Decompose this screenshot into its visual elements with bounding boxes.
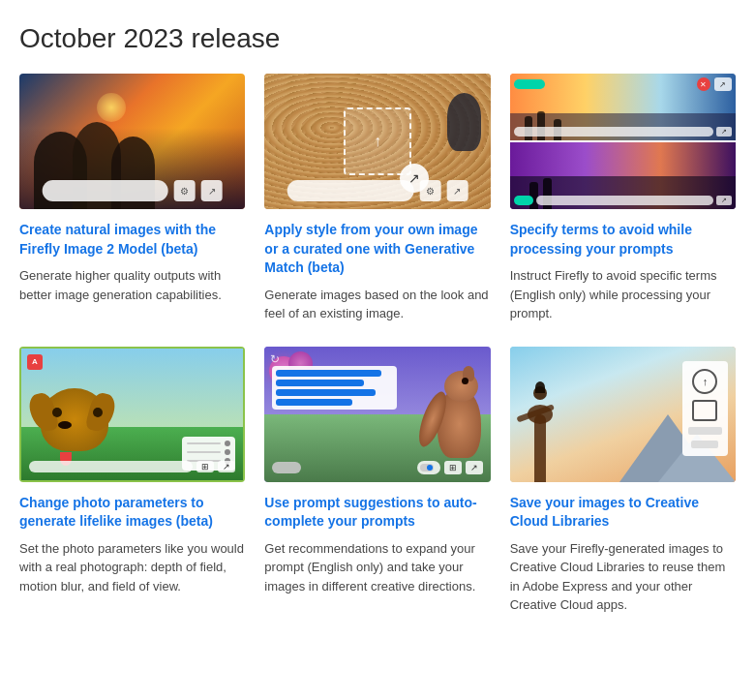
card-2-desc: Generate images based on the look and fe… — [264, 286, 490, 323]
cc-bar-2 — [691, 441, 718, 448]
upload-box[interactable]: ↑ ↗ — [344, 107, 411, 175]
card-4-title[interactable]: Change photo parameters to generate life… — [19, 494, 245, 532]
refresh-icon[interactable]: ↻ — [270, 352, 280, 366]
card-5-desc: Get recommendations to expand your promp… — [264, 539, 490, 596]
prompt-bar-2 — [287, 180, 414, 201]
save-to-cc-icon[interactable] — [692, 400, 717, 421]
card-5-image: ↻ — [264, 347, 490, 482]
share-icon[interactable]: ↑ — [692, 369, 717, 394]
card-2-image: ↑ ↗ ⚙ ↗ — [264, 74, 490, 209]
card-6-title[interactable]: Save your images to Creative Cloud Libra… — [510, 494, 736, 532]
feature-card-1: ⚙ ↗ Create natural images with the Firef… — [19, 74, 245, 323]
card-6-image: ↑ — [510, 347, 736, 482]
card-3-desc: Instruct Firefly to avoid specific terms… — [510, 266, 736, 323]
card-4-image: A — [19, 347, 245, 482]
prompt-suggestions-panel — [272, 366, 396, 410]
feature-card-6: ↑ Save your images to Creative Cloud Lib… — [510, 347, 736, 615]
settings-icon-2[interactable]: ⚙ — [419, 180, 440, 201]
feature-card-2: ↑ ↗ ⚙ ↗ Apply style from your own image … — [264, 74, 490, 323]
prompt-bar-1 — [42, 180, 168, 201]
cc-bar-1 — [688, 427, 722, 435]
card-6-desc: Save your Firefly-generated images to Cr… — [510, 539, 736, 615]
suggestion-bar-4 — [276, 399, 351, 406]
settings-icon-1[interactable]: ⚙ — [174, 180, 196, 201]
feature-card-4: A — [19, 347, 245, 615]
features-grid: ⚙ ↗ Create natural images with the Firef… — [19, 74, 736, 615]
share-panel: ↑ — [682, 361, 728, 456]
card-1-desc: Generate higher quality outputs with bet… — [19, 266, 245, 304]
suggestion-bar-2 — [276, 380, 363, 386]
card-3-image: ✕ ↗ ↗ — [510, 74, 736, 209]
suggestion-bar-1 — [276, 370, 380, 377]
card-1-image: ⚙ ↗ — [19, 74, 245, 209]
action-icon-2[interactable]: ↗ — [446, 180, 468, 201]
card-5-title[interactable]: Use prompt suggestions to auto-complete … — [264, 494, 490, 532]
suggestion-bar-3 — [276, 389, 375, 396]
adobe-badge: A — [27, 354, 43, 370]
card-4-desc: Set the photo parameters like you would … — [19, 539, 245, 596]
card-1-title[interactable]: Create natural images with the Firefly I… — [19, 221, 245, 259]
page-title: October 2023 release — [19, 23, 736, 54]
card-3-title[interactable]: Specify terms to avoid while processing … — [510, 221, 736, 259]
action-icon-1[interactable]: ↗ — [201, 180, 223, 201]
card-2-title[interactable]: Apply style from your own image or a cur… — [264, 221, 490, 278]
feature-card-5: ↻ — [264, 347, 490, 615]
feature-card-3: ✕ ↗ ↗ — [510, 74, 736, 323]
